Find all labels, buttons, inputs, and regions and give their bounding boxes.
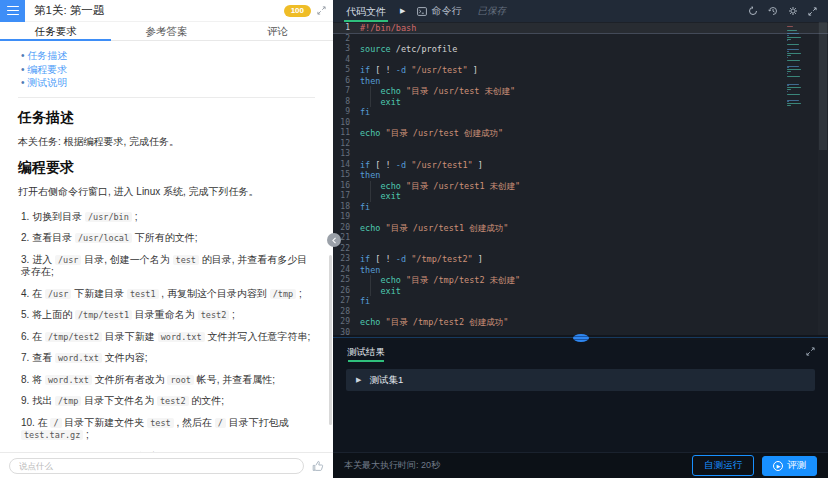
line-number: 16 xyxy=(333,181,360,192)
tab-reference-answer[interactable]: 参考答案 xyxy=(111,22,222,40)
line-content: exit xyxy=(360,286,828,297)
inline-code: /tmp/test1 xyxy=(75,310,132,320)
editor-minimap[interactable] xyxy=(787,26,815,107)
hamburger-menu-icon[interactable] xyxy=(0,0,25,22)
line-content: echo "目录 /usr/test1 创建成功" xyxy=(360,223,828,234)
tab-test-result[interactable]: 测试结果 xyxy=(346,341,386,362)
task-number: 4. xyxy=(21,288,32,299)
line-number: 20 xyxy=(333,223,360,234)
code-line: 3source /etc/profile xyxy=(333,44,828,55)
fullscreen-icon[interactable] xyxy=(808,7,817,16)
code-line: 19 xyxy=(333,212,828,223)
inline-code: test2 xyxy=(198,310,230,320)
horizontal-splitter[interactable] xyxy=(333,335,828,340)
code-editor[interactable]: 1#!/bin/bash23source /etc/profile45if [ … xyxy=(333,22,828,335)
editor-topbar: 代码文件 ▶ 命令行 已保存 xyxy=(333,0,828,22)
line-number: 7 xyxy=(333,86,360,97)
task-item: 6. 在 /tmp/test2 目录下新建 word.txt 文件并写入任意字符… xyxy=(21,331,315,344)
task-item: 9. 找出 /tmp 目录下文件名为 test2 的文件; xyxy=(21,395,315,408)
code-panel: 代码文件 ▶ 命令行 已保存 1#!/bin/bash23source /etc… xyxy=(333,0,828,478)
line-content: exit xyxy=(360,191,828,202)
test-set-row[interactable]: ▶ 测试集1 xyxy=(346,369,815,391)
history-icon[interactable] xyxy=(768,6,778,16)
task-number: 8. xyxy=(21,374,32,385)
code-line: 12 xyxy=(333,139,828,150)
toc-link[interactable]: 编程要求 xyxy=(27,64,67,75)
thumbs-up-icon[interactable] xyxy=(312,460,324,472)
line-number: 3 xyxy=(333,44,360,55)
line-content: if [ ! -d "/usr/test1" ] xyxy=(360,160,828,171)
editor-scrollbar[interactable] xyxy=(818,22,828,335)
code-line: 18fi xyxy=(333,202,828,213)
inline-code: /usr xyxy=(45,289,71,299)
line-content: echo "目录 /tmp/test2 创建成功" xyxy=(360,317,828,328)
line-number: 2 xyxy=(333,34,360,45)
inline-code: word.txt xyxy=(158,332,205,342)
test-panel-fullscreen-icon[interactable] xyxy=(806,347,815,356)
tab-task-requirements[interactable]: 任务要求 xyxy=(0,22,111,40)
tab-comments[interactable]: 评论 xyxy=(222,22,333,40)
task-item: 3. 进入 /usr 目录, 创建一个名为 test 的目录, 并查看有多少目录… xyxy=(21,254,315,279)
left-scrollbar-thumb[interactable] xyxy=(329,255,332,425)
self-test-button[interactable]: 自测运行 xyxy=(692,455,754,476)
section-heading-requirements: 编程要求 xyxy=(18,159,315,177)
line-number: 28 xyxy=(333,307,360,318)
code-line: 9fi xyxy=(333,107,828,118)
code-line: 24then xyxy=(333,265,828,276)
code-line: 5if [ ! -d "/usr/test" ] xyxy=(333,65,828,76)
tab-code-file[interactable]: 代码文件 xyxy=(344,1,388,22)
code-line: 10 xyxy=(333,118,828,129)
task-item: 2. 查看目录 /usr/local 下所有的文件; xyxy=(21,232,315,245)
panel-collapse-handle[interactable] xyxy=(327,233,341,247)
task-item: 10. 在 / 目录下新建文件夹 test , 然后在 / 目录下打包成 tes… xyxy=(21,417,315,442)
evaluate-button[interactable]: ▶ 评测 xyxy=(762,456,817,476)
expand-icon[interactable] xyxy=(317,6,326,15)
code-lines: 1#!/bin/bash23source /etc/profile45if [ … xyxy=(333,23,828,335)
line-number: 12 xyxy=(333,139,360,150)
editor-scrollbar-thumb[interactable] xyxy=(819,22,827,150)
inline-code: / xyxy=(215,418,226,428)
score-badge: 100 xyxy=(284,5,311,17)
code-line: 6then xyxy=(333,76,828,87)
section-heading-task: 任务描述 xyxy=(18,109,315,127)
play-circle-icon: ▶ xyxy=(773,461,783,471)
toc-link[interactable]: 测试说明 xyxy=(27,77,67,88)
task-list: 1. 切换到目录 /usr/bin ;2. 查看目录 /usr/local 下所… xyxy=(18,211,315,464)
settings-icon[interactable] xyxy=(788,6,798,16)
toc-item: 测试说明 xyxy=(21,76,315,90)
code-line: 23if [ ! -d "/tmp/test2" ] xyxy=(333,254,828,265)
line-number: 15 xyxy=(333,170,360,181)
test-result-body: ▶ 测试集1 xyxy=(333,362,828,398)
code-line: 25 echo "目录 /tmp/test2 未创建" xyxy=(333,275,828,286)
inline-code: test xyxy=(147,418,173,428)
inline-code: /tmp xyxy=(55,396,81,406)
line-number: 6 xyxy=(333,76,360,87)
line-number: 25 xyxy=(333,275,360,286)
line-number: 14 xyxy=(333,160,360,171)
code-line: 28 xyxy=(333,307,828,318)
code-line: 27fi xyxy=(333,296,828,307)
line-content: #!/bin/bash xyxy=(360,23,828,34)
chevron-right-icon: ▶ xyxy=(356,376,361,384)
line-content: fi xyxy=(360,296,828,307)
splitter-drag-handle[interactable] xyxy=(573,334,589,342)
code-line: 7 echo "目录 /usr/test 未创建" xyxy=(333,86,828,97)
line-number: 19 xyxy=(333,212,360,223)
task-panel: 第1关: 第一题 100 任务要求 参考答案 评论 任务描述编程要求测试说明 任… xyxy=(0,0,333,478)
stage-title: 第1关: 第一题 xyxy=(34,3,104,18)
max-time-note: 本关最大执行时间: 20秒 xyxy=(344,459,440,472)
toc-link[interactable]: 任务描述 xyxy=(27,50,67,61)
tab-command-line[interactable]: 命令行 xyxy=(417,4,461,18)
inline-code: /usr xyxy=(55,255,81,265)
task-number: 5. xyxy=(21,309,32,320)
play-icon[interactable]: ▶ xyxy=(400,7,405,15)
toc-item: 任务描述 xyxy=(21,49,315,63)
line-content: echo "目录 /usr/test 未创建" xyxy=(360,86,828,97)
code-line: 13 xyxy=(333,149,828,160)
task-item: 5. 将上面的 /tmp/test1 目录重命名为 test2 ; xyxy=(21,309,315,322)
comment-input[interactable] xyxy=(9,458,304,474)
reset-icon[interactable] xyxy=(748,6,758,16)
line-content: then xyxy=(360,265,828,276)
line-content: if [ ! -d "/tmp/test2" ] xyxy=(360,254,828,265)
code-line: 29echo "目录 /tmp/test2 创建成功" xyxy=(333,317,828,328)
